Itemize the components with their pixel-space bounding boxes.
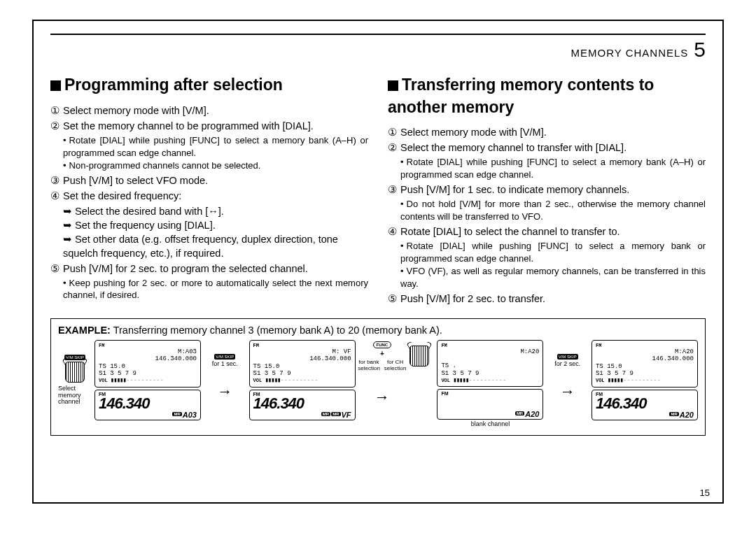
lcd-top-2: FM M: VF 146.340.000 TS 15.0 S1 3 5 7 9 … [249,340,356,388]
top-rule [50,34,706,35]
radio-unit-3: FM M:A20 TS . S1 3 5 7 9 VOL ▮▮▮▮▮------… [437,340,543,428]
right-title: Transferring memory contents to another … [388,74,706,118]
transition-2: FUNC + for bank selection for CH selecti… [363,341,402,406]
left-step-5: ⑤Push [V/M] for 2 sec. to program the se… [50,262,368,276]
right-step-1: ①Select memory mode with [V/M]. [388,125,706,139]
page-header: MEMORY CHANNELS 5 [50,38,706,62]
square-bullet-icon [388,80,398,91]
example-caption: EXAMPLE: Transferring memory channel 3 (… [58,325,698,336]
left-title: Programming after selection [50,74,368,97]
func-button-label: FUNC [373,341,392,348]
left-step-2: ②Set the memory channel to be programmed… [50,119,368,133]
dial-knob-icon [65,362,85,383]
arrow-right-icon: → [372,388,393,406]
radio-unit-2: FM M: VF 146.340.000 TS 15.0 S1 3 5 7 9 … [249,340,356,420]
page-number: 15 [700,488,710,498]
transition-1: V/M SKIP for 1 sec. → [208,354,241,401]
lcd-bottom-1: FM 146.340 MRA03 [94,390,201,420]
lcd-bottom-2: FM 146.340 MRMRVF [249,390,356,420]
left-step-4a: ➥ Select the desired band with [↔]. [63,204,368,218]
left-step-3: ③Push [V/M] to select VFO mode. [50,173,368,187]
vm-skip-label: V/M SKIP [557,354,578,360]
left-column: Programming after selection ①Select memo… [50,74,368,307]
right-step-2: ②Select the memory channel to transfer w… [388,141,706,155]
vm-skip-label: V/M SKIP [214,354,235,360]
knob-1: V/M SKIP Select memory channel [58,355,92,405]
right-step-2a: •Rotate [DIAL] while pushing [FUNC] to s… [400,156,706,181]
blank-caption: blank channel [471,421,510,427]
ch-caption: for CH selection [384,359,407,371]
knob-caption: Select memory channel [58,385,92,405]
arrow-right-icon: → [214,383,235,401]
right-step-5: ⑤Push [V/M] for 2 sec. to transfer. [388,292,706,306]
arrow-right-icon: → [557,383,578,401]
right-step-4a: •Rotate [DIAL] while pushing [FUNC] to s… [400,240,706,265]
square-bullet-icon [50,80,61,91]
left-step-4: ④Set the desired frequency: [50,189,368,203]
radio-sequence: V/M SKIP Select memory channel FM M:A03 … [58,340,698,428]
transition-3: V/M SKIP for 2 sec. → [551,354,584,401]
knob-mid [409,344,430,368]
left-step-4c: ➥ Set other data (e.g. offset frequency,… [63,232,368,260]
lcd-top-4: FM M:A20 146.340.000 TS 15.0 S1 3 5 7 9 … [592,340,698,388]
section-name: MEMORY CHANNELS [571,47,689,59]
right-column: Transferring memory contents to another … [388,74,706,307]
example-box: EXAMPLE: Transferring memory channel 3 (… [50,318,706,436]
lcd-bottom-3: FM MRA20 [437,389,543,420]
radio-unit-1: V/M SKIP Select memory channel FM M:A03 … [58,340,201,420]
manual-page: MEMORY CHANNELS 5 Programming after sele… [32,20,724,504]
lcd-top-3: FM M:A20 TS . S1 3 5 7 9 VOL ▮▮▮▮▮------… [437,340,543,387]
right-step-3: ③Push [V/M] for 1 sec. to indicate memor… [388,183,706,197]
right-step-4: ④Rotate [DIAL] to select the channel to … [388,225,706,239]
right-step-3a: •Do not hold [V/M] for more than 2 sec.,… [400,198,706,223]
chapter-number: 5 [694,38,706,62]
bank-caption: for bank selection [358,359,380,371]
right-step-4b: •VFO (VF), as well as regular memory cha… [400,265,706,290]
lcd-bottom-4: FM 146.340 MRA20 [592,390,698,420]
left-step-5a: •Keep pushing for 2 sec. or more to auto… [63,277,368,302]
left-step-2b: •Non-programmed channels cannot be selec… [63,159,368,172]
two-columns: Programming after selection ①Select memo… [50,74,706,307]
radio-unit-4: FM M:A20 146.340.000 TS 15.0 S1 3 5 7 9 … [592,340,698,420]
plus-icon: + [380,350,384,357]
lcd-top-1: FM M:A03 146.340.000 TS 15.0 S1 3 5 7 9 … [94,340,201,388]
left-step-4b: ➥ Set the frequency using [DIAL]. [63,218,368,232]
left-step-2a: •Rotate [DIAL] while pushing [FUNC] to s… [63,134,368,159]
left-step-1: ①Select memory mode with [V/M]. [50,104,368,118]
dial-knob-icon [410,346,429,367]
